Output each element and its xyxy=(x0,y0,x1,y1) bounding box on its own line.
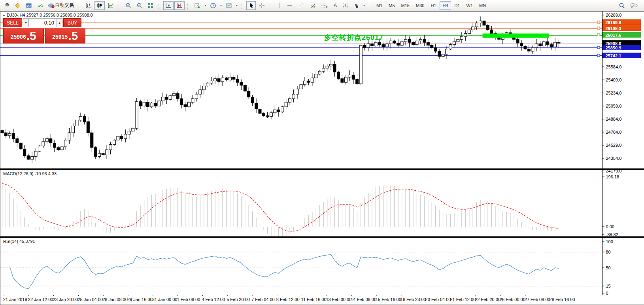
time-axis-label[interactable]: 8 Feb 12:00 xyxy=(276,297,300,302)
arrows-dropdown[interactable]: ▾ xyxy=(362,1,366,10)
tile-windows-button[interactable] xyxy=(145,1,156,10)
time-axis-label[interactable]: 15 Feb 16:00 xyxy=(376,297,401,302)
time-axis-label[interactable]: 11 Feb 16:00 xyxy=(301,297,327,302)
candle xyxy=(539,44,542,46)
zoom-out-button[interactable] xyxy=(134,1,145,10)
time-axis-label[interactable]: 21 Feb 12:00 xyxy=(450,297,476,302)
toolbar-separator xyxy=(187,2,190,9)
rsi-axis-label: 0 xyxy=(606,291,608,296)
blue-window-icon xyxy=(26,2,32,9)
equidistant-channel-tool[interactable]: E xyxy=(307,1,318,10)
buy-price-display[interactable]: 25915 .5 xyxy=(45,28,86,44)
search-button[interactable] xyxy=(617,1,627,10)
time-axis-label[interactable]: 27 Feb 08:00 xyxy=(525,297,550,302)
timeframe-button-M30[interactable]: M30 xyxy=(413,1,427,10)
timeframe-button-M15[interactable]: M15 xyxy=(398,1,412,10)
timeframe-button-D1[interactable]: D1 xyxy=(452,1,463,10)
time-axis-label[interactable]: 28 Jan 08:00 xyxy=(102,297,128,302)
templates-button[interactable] xyxy=(224,1,234,10)
chart-annotation-text[interactable]: 多空转折点26017 xyxy=(324,33,383,42)
periods-button[interactable] xyxy=(208,1,218,10)
time-axis-label[interactable]: 14 Feb 08:00 xyxy=(351,297,376,302)
timeframe-button-M1[interactable]: M1 xyxy=(374,1,385,10)
line-chart-button[interactable] xyxy=(106,1,116,10)
horizontal-line-tool[interactable] xyxy=(285,1,295,10)
crosshair-tool-button[interactable] xyxy=(257,1,267,10)
candle xyxy=(487,25,489,30)
time-axis-label[interactable]: 1 Feb 08:00 xyxy=(177,297,200,302)
time-axis-label[interactable]: 22 Jan 12:00 xyxy=(28,297,53,302)
volume-increase-button[interactable]: ▲ xyxy=(57,18,62,27)
timeframe-button-H4[interactable]: H4 xyxy=(440,1,451,10)
strategy-tester-icon[interactable] xyxy=(24,1,34,10)
hline-end-marker[interactable] xyxy=(597,27,600,29)
time-axis-label[interactable]: 7 Feb 04:00 xyxy=(251,297,275,302)
text-tool[interactable]: A xyxy=(330,1,340,10)
buy-button[interactable]: BUY xyxy=(63,18,81,27)
vertical-line-tool[interactable] xyxy=(274,1,284,10)
time-axis-label[interactable]: 13 Feb 00:00 xyxy=(326,297,351,302)
main-toolbar: 单 自动交易 ▾ ▾ xyxy=(0,0,644,11)
arrows-tool[interactable] xyxy=(351,1,361,10)
autotrading-button[interactable]: 自动交易 xyxy=(46,1,76,10)
hline-end-marker[interactable] xyxy=(597,21,600,23)
time-axis-label[interactable]: 18 Feb 23:00 xyxy=(400,297,426,302)
text-label-tool[interactable]: T xyxy=(341,1,350,10)
collapse-arrow-icon[interactable]: ▲ xyxy=(2,13,6,17)
time-axis-label[interactable]: 25 Jan 04:00 xyxy=(77,297,103,302)
templates-dropdown[interactable]: ▾ xyxy=(234,1,239,10)
candle xyxy=(232,77,235,80)
trendline-tool[interactable] xyxy=(296,1,306,10)
trading-terminal-window: { "toolbar": { "new_order": "单", "autotr… xyxy=(0,0,644,305)
time-axis-label[interactable]: 22 Feb 20:00 xyxy=(475,297,500,302)
candle xyxy=(225,78,228,80)
chart-canvas[interactable]: 26289.025584.025409.025234.025059.024884… xyxy=(0,0,644,305)
time-axis-label[interactable]: 31 Jan 00:00 xyxy=(152,297,178,302)
zoom-in-button[interactable] xyxy=(123,1,134,10)
time-axis-label[interactable]: 26 Feb 00:00 xyxy=(500,297,525,302)
channel-icon: E xyxy=(309,2,316,9)
candle xyxy=(169,96,172,99)
hline-end-marker[interactable] xyxy=(597,46,600,49)
terminal-icon[interactable] xyxy=(13,1,23,10)
indicators-dropdown[interactable]: ▾ xyxy=(203,1,208,10)
time-axis-label[interactable]: 20 Feb 04:00 xyxy=(425,297,451,302)
arrows-icon xyxy=(353,2,359,9)
hline-end-marker[interactable] xyxy=(597,54,600,57)
time-axis-label[interactable]: 29 Jan 16:00 xyxy=(127,297,153,302)
candle xyxy=(158,101,161,106)
time-axis-label[interactable]: 5 Feb 20:00 xyxy=(227,297,250,302)
candle xyxy=(147,102,149,107)
candle xyxy=(274,110,276,113)
periods-dropdown[interactable]: ▾ xyxy=(219,1,223,10)
auto-scroll-button[interactable] xyxy=(163,1,174,10)
candle xyxy=(341,79,344,82)
bar-chart-button[interactable] xyxy=(83,1,94,10)
timeframe-button-W1[interactable]: W1 xyxy=(464,1,476,10)
cursor-tool-button[interactable] xyxy=(246,1,256,10)
volume-decrease-button[interactable]: ▼ xyxy=(23,18,29,27)
timeframe-button-M5[interactable]: M5 xyxy=(386,1,397,10)
chart-shift-button[interactable] xyxy=(174,1,185,10)
price-axis-label: 26289.0 xyxy=(606,13,622,17)
fibonacci-tool[interactable]: F xyxy=(319,1,330,10)
sell-button[interactable]: SELL xyxy=(3,18,22,27)
time-axis-label[interactable]: 4 Feb 12:00 xyxy=(202,297,225,302)
sell-price-display[interactable]: 25906 .5 xyxy=(3,28,44,44)
signals-icon[interactable] xyxy=(35,1,45,10)
candle xyxy=(34,151,37,156)
candle xyxy=(210,81,213,83)
new-order-button[interactable]: 单 xyxy=(2,1,12,10)
macd-histogram xyxy=(2,182,559,236)
volume-input[interactable] xyxy=(29,18,57,27)
time-axis-label[interactable]: 21 Jan 2019 xyxy=(3,297,27,302)
indicators-button[interactable] xyxy=(192,1,202,10)
time-axis-label[interactable]: 23 Jan 20:00 xyxy=(53,297,78,302)
time-axis-label[interactable]: 28 Feb 16:00 xyxy=(550,297,575,302)
timeframe-button-H1[interactable]: H1 xyxy=(428,1,439,10)
hline-end-marker[interactable] xyxy=(597,34,600,36)
chat-button[interactable] xyxy=(628,1,640,10)
timeframe-button-MN[interactable]: MN xyxy=(476,1,489,10)
candlestick-chart-button[interactable] xyxy=(94,1,105,10)
green-highlight-rectangle[interactable] xyxy=(483,34,550,38)
